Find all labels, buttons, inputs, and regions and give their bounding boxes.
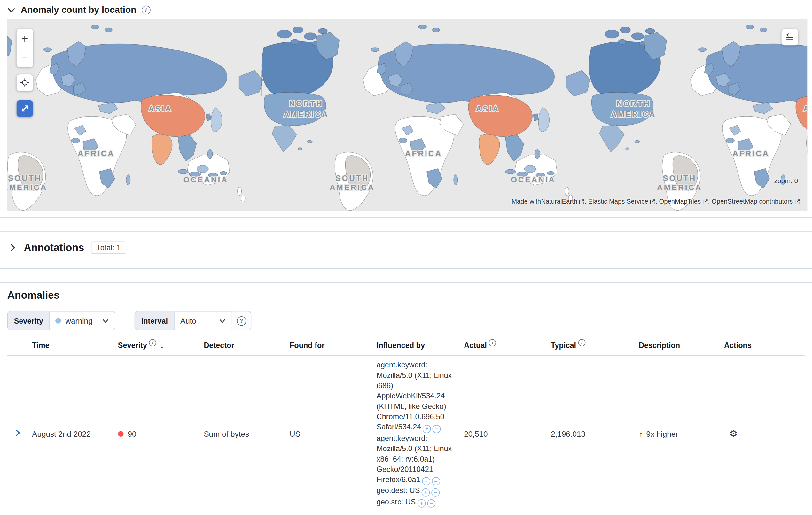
cell-time: August 2nd 2022 [32,429,118,438]
influencer-item: geo.src: US+− [377,496,458,508]
filter-out-icon[interactable]: − [427,499,435,508]
anomalies-table: Time Severity i ↓ Detector Found for Inf… [7,340,805,512]
expand-diagonal-icon [21,104,29,113]
zoom-level-indicator: zoom: 0 [774,177,798,184]
anomaly-map[interactable]: ASIA NORTH AMERICA AFRICA OCEANIA SOUTH … [7,19,808,211]
header-found-for[interactable]: Found for [290,340,377,350]
annotations-section-header: Annotations Total: 1 [9,242,126,254]
attribution-link-openstreetmap[interactable]: OpenStreetMap contributors [712,198,800,205]
severity-filter-select[interactable]: warning [50,312,115,330]
filter-for-icon[interactable]: + [423,425,431,433]
header-description[interactable]: Description [639,340,724,350]
attribution-separator: , [708,198,712,205]
info-icon[interactable]: i [489,339,496,346]
anomalies-title: Anomalies [7,290,60,301]
filter-out-icon[interactable]: − [431,488,440,496]
help-icon: ? [237,316,246,325]
annotations-expand-button[interactable] [9,243,17,252]
interval-help-button[interactable]: ? [231,312,251,330]
severity-warning-dot [56,318,61,324]
map-zoom-controls [17,29,33,67]
annotations-total-badge: Total: 1 [91,242,126,254]
map-panel-title: Anomaly count by location [21,5,137,16]
info-icon[interactable]: i [578,339,586,346]
crosshair-icon [20,78,29,87]
anomaly-row: August 2nd 2022 90 Sum of bytes US agent… [7,356,805,512]
gear-icon[interactable]: ⚙ [729,428,737,438]
fit-to-data-button[interactable] [17,74,33,91]
severity-filter-label: Severity [8,312,50,330]
severity-dot [118,431,124,436]
influencer-item: geo.dest: US+− [377,485,458,496]
row-expand-button[interactable] [14,429,22,437]
map-fullscreen-button[interactable] [17,100,33,117]
severity-filter: Severity warning [7,311,116,330]
filter-for-icon[interactable]: + [422,477,430,485]
chevron-right-icon [9,243,17,252]
filter-out-icon[interactable]: − [432,477,440,485]
menu-left-icon [785,33,794,42]
chevron-down-icon [219,317,226,325]
anomalies-table-header: Time Severity i ↓ Detector Found for Inf… [7,340,805,356]
map-panel-collapse-button[interactable] [7,6,16,14]
map-panel-header: Anomaly count by location i [7,5,151,16]
map-attribution: Made with NaturalEarth , Elastic Maps Se… [512,198,800,205]
cell-description: ↑ 9x higher [639,429,724,438]
external-link-icon [579,199,585,205]
header-influenced-by[interactable]: Influenced by [377,340,464,350]
cell-actual: 20,510 [464,429,551,438]
anomaly-explorer-page: Anomaly count by location i [0,0,812,515]
interval-filter-select[interactable]: Auto [175,312,231,330]
row-expander-cell [7,429,32,438]
attribution-link-naturalearth[interactable]: NaturalEarth [541,198,584,205]
zoom-out-button[interactable] [17,48,33,67]
chevron-down-icon [7,6,16,14]
chevron-down-icon [102,317,109,325]
header-typical[interactable]: Typical i [551,340,639,350]
plus-icon [21,34,29,43]
interval-filter-label: Interval [135,312,175,330]
world-map: ASIA NORTH AMERICA AFRICA OCEANIA SOUTH … [7,19,808,211]
divider [0,231,812,232]
filter-for-icon[interactable]: + [417,499,426,508]
divider [0,268,812,269]
cell-severity: 90 [118,429,204,438]
external-link-icon [794,199,800,205]
divider [0,217,812,218]
divider [0,282,812,283]
attribution-prefix: Made with [512,198,541,205]
cell-typical: 2,196.013 [551,429,639,438]
header-actual[interactable]: Actual i [464,340,551,350]
header-time[interactable]: Time [32,340,118,350]
attribution-separator: , [655,198,659,205]
info-icon[interactable]: i [149,339,157,346]
external-link-icon [649,199,655,205]
attribution-link-elastic-maps[interactable]: Elastic Maps Service [588,198,655,205]
header-actions: Actions [724,340,805,350]
annotations-title: Annotations [24,242,84,253]
header-severity[interactable]: Severity i ↓ [118,340,204,350]
cell-influenced-by: agent.keyword: Mozilla/5.0 (X11; Linux i… [377,360,464,508]
collapse-legend-button[interactable] [782,29,798,46]
header-detector[interactable]: Detector [204,340,290,350]
attribution-link-openmaptiles[interactable]: OpenMapTiles [659,198,708,205]
influencer-item: agent.keyword: Mozilla/5.0 (X11; Linux i… [377,360,458,433]
arrow-up-icon: ↑ [639,429,643,438]
filter-out-icon[interactable]: − [433,425,441,433]
external-link-icon [702,199,708,205]
sort-desc-icon[interactable]: ↓ [160,340,164,350]
chevron-right-icon [14,429,22,437]
header-expander [7,340,32,350]
cell-found-for: US [290,429,377,438]
info-icon[interactable]: i [142,6,151,15]
zoom-in-button[interactable] [17,29,33,48]
minus-icon [21,53,29,62]
influencer-item: agent.keyword: Mozilla/5.0 (X11; Linux x… [377,433,458,485]
attribution-separator: , [585,198,588,205]
cell-actions: ⚙ [724,429,805,438]
filter-for-icon[interactable]: + [422,488,430,496]
interval-filter: Interval Auto ? [135,311,251,330]
cell-detector: Sum of bytes [204,429,290,438]
